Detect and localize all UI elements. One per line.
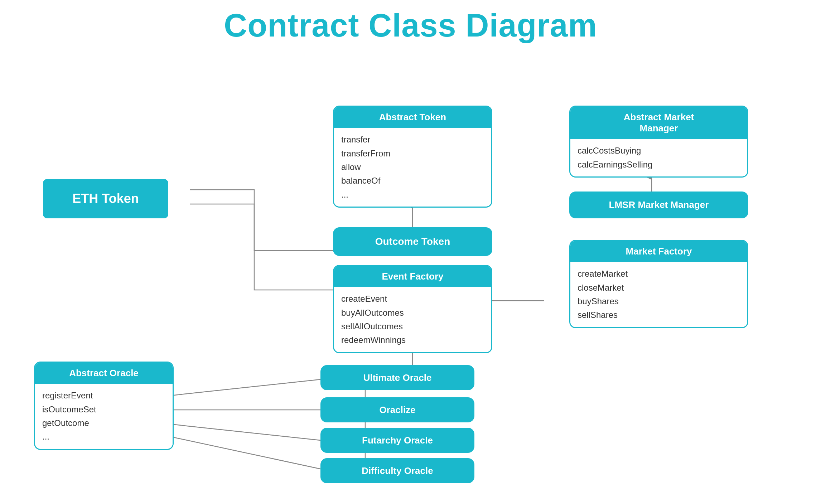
difficulty-to-abstract-line	[154, 433, 320, 469]
ef-method-2: buyAllOutcomes	[341, 306, 484, 320]
market-factory-header: Market Factory	[570, 241, 747, 262]
ultimate-to-abstract-line	[154, 379, 320, 397]
futarchy-oracle-label: Futarchy Oracle	[362, 435, 433, 446]
ao-method-3: getOutcome	[42, 416, 165, 430]
lmsr-label: LMSR Market Manager	[609, 199, 709, 210]
abstract-market-manager-header: Abstract MarketManager	[570, 107, 747, 139]
mf-method-1: createMarket	[578, 267, 740, 281]
ao-method-4: ...	[42, 430, 165, 444]
ef-method-1: createEvent	[341, 292, 484, 306]
abstract-market-manager-box: Abstract MarketManager calcCostsBuying c…	[569, 106, 748, 178]
mf-method-3: buyShares	[578, 295, 740, 308]
method-3: allow	[341, 160, 484, 174]
abstract-token-body: transfer transferFrom allow balanceOf ..…	[334, 128, 491, 207]
ultimate-oracle-label: Ultimate Oracle	[363, 372, 432, 383]
page-title: Contract Class Diagram	[0, 0, 821, 44]
difficulty-oracle-box: Difficulty Oracle	[320, 458, 474, 483]
futarchy-to-abstract-line	[154, 422, 320, 440]
outcome-token-label: Outcome Token	[375, 236, 450, 247]
eth-to-outcome-line	[190, 190, 347, 251]
ef-method-4: redeemWinnings	[341, 333, 484, 347]
eth-token-label: ETH Token	[72, 191, 139, 206]
ao-method-2: isOutcomeSet	[42, 403, 165, 416]
market-factory-body: createMarket closeMarket buyShares sellS…	[570, 262, 747, 327]
oraclize-box: Oraclize	[320, 397, 474, 422]
diagram-area: Abstract Token transfer transferFrom all…	[0, 50, 821, 504]
abstract-market-manager-body: calcCostsBuying calcEarningsSelling	[570, 139, 747, 176]
ultimate-oracle-box: Ultimate Oracle	[320, 365, 474, 390]
method-calc-earnings: calcEarningsSelling	[578, 158, 740, 171]
event-factory-body: createEvent buyAllOutcomes sellAllOutcom…	[334, 287, 491, 352]
method-5: ...	[341, 188, 484, 202]
method-calc-costs: calcCostsBuying	[578, 144, 740, 158]
abstract-oracle-header: Abstract Oracle	[35, 363, 173, 384]
method-1: transfer	[341, 133, 484, 146]
oraclize-label: Oraclize	[379, 404, 415, 416]
lmsr-market-manager-box: LMSR Market Manager	[569, 192, 748, 218]
ef-method-3: sellAllOutcomes	[341, 320, 484, 333]
eth-to-event-line	[190, 204, 347, 290]
event-factory-header: Event Factory	[334, 266, 491, 287]
method-2: transferFrom	[341, 147, 484, 160]
ao-method-1: registerEvent	[42, 389, 165, 402]
abstract-oracle-body: registerEvent isOutcomeSet getOutcome ..…	[35, 384, 173, 449]
event-factory-box: Event Factory createEvent buyAllOutcomes…	[333, 265, 492, 353]
mf-method-2: closeMarket	[578, 281, 740, 295]
method-4: balanceOf	[341, 174, 484, 188]
market-factory-box: Market Factory createMarket closeMarket …	[569, 240, 748, 328]
mf-method-4: sellShares	[578, 308, 740, 322]
difficulty-oracle-label: Difficulty Oracle	[362, 465, 433, 476]
eth-token-box: ETH Token	[43, 179, 168, 218]
abstract-oracle-box: Abstract Oracle registerEvent isOutcomeS…	[34, 362, 174, 450]
futarchy-oracle-box: Futarchy Oracle	[320, 428, 474, 453]
abstract-token-header: Abstract Token	[334, 107, 491, 128]
abstract-token-box: Abstract Token transfer transferFrom all…	[333, 106, 492, 208]
outcome-token-box: Outcome Token	[333, 227, 492, 256]
